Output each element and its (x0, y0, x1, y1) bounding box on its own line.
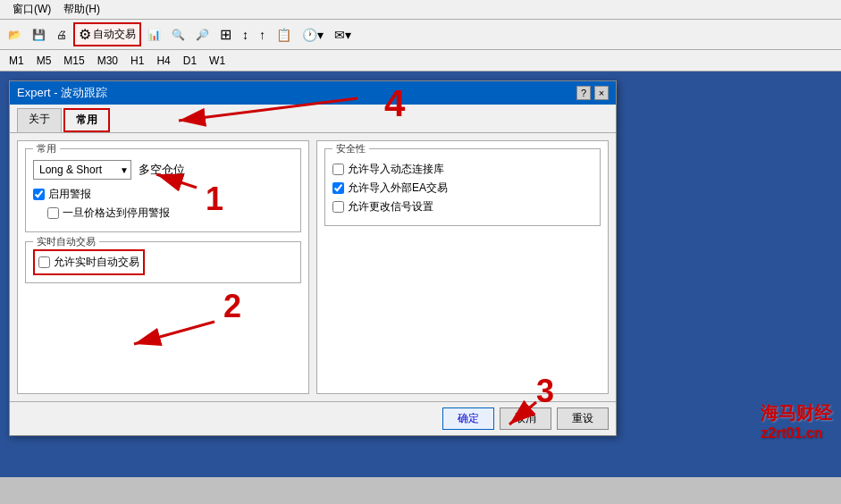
chart-icon: 📊 (147, 29, 161, 41)
security-group-title: 安全性 (332, 142, 369, 155)
dll-checkbox-row: 允许导入动态连接库 (332, 162, 593, 177)
ea-label: 允许导入外部EA交易 (348, 181, 448, 196)
cancel-btn[interactable]: 取消 (500, 407, 551, 430)
toolbar-grid-btn[interactable]: ⊞ (215, 23, 236, 46)
price-alert-checkbox-row: 一旦价格达到停用警报 (47, 206, 293, 221)
dialog-body: 常用 Long & Short Long Only Short Only ▼ (10, 133, 616, 401)
signal-label: 允许更改信号设置 (348, 199, 433, 214)
period-icon: ↑ (259, 28, 265, 42)
ea-checkbox-row: 允许导入外部EA交易 (332, 181, 593, 196)
zoom-out-icon: 🔎 (196, 29, 209, 41)
tf-m30[interactable]: M30 (92, 53, 123, 69)
auto-trade-label: 自动交易 (93, 27, 136, 42)
realtime-group-title: 实时自动交易 (33, 235, 99, 248)
dropdown-wrapper: Long & Short Long Only Short Only ▼ (33, 160, 131, 180)
toolbar: 📂 💾 🖨 ⚙ 自动交易 📊 🔍 🔎 ⊞ ↕ ↑ 📋 🕐▾ ✉▾ (0, 20, 841, 50)
clock-icon: 🕐▾ (302, 28, 324, 42)
auto-trade-icon: ⚙ (79, 26, 91, 43)
tab-common[interactable]: 常用 (63, 108, 110, 132)
tf-m1[interactable]: M1 (4, 53, 29, 69)
tf-w1[interactable]: W1 (204, 53, 231, 69)
toolbar-indicator-btn[interactable]: ↕ (238, 25, 253, 45)
toolbar-save-btn[interactable]: 💾 (28, 26, 50, 44)
expert-dialog: Expert - 波动跟踪 ? × 关于 常用 常用 (9, 80, 617, 436)
right-panel: 安全性 允许导入动态连接库 允许导入外部EA交易 允许更改信号设置 (316, 140, 609, 394)
position-dropdown[interactable]: Long & Short Long Only Short Only (33, 160, 131, 180)
common-group-title: 常用 (33, 142, 60, 155)
indicator-icon: ↕ (242, 28, 248, 42)
tf-h1[interactable]: H1 (125, 53, 149, 69)
realtime-label: 允许实时自动交易 (54, 255, 139, 270)
tf-m5[interactable]: M5 (31, 53, 57, 69)
menu-bar: 窗口(W) 帮助(H) (0, 0, 841, 20)
alert-checkbox-row: 启用警报 (33, 187, 293, 202)
toolbar-print-btn[interactable]: 🖨 (52, 26, 71, 44)
realtime-checkbox[interactable] (38, 256, 50, 268)
auto-trade-btn[interactable]: ⚙ 自动交易 (73, 22, 141, 46)
common-group: 常用 Long & Short Long Only Short Only ▼ (25, 148, 301, 232)
dialog-title: Expert - 波动跟踪 (17, 85, 107, 101)
confirm-btn[interactable]: 确定 (442, 407, 494, 430)
dialog-close-btn[interactable]: × (594, 86, 609, 100)
realtime-inner: 允许实时自动交易 (33, 249, 145, 275)
toolbar-zoom-in-btn[interactable]: 🔍 (167, 26, 189, 44)
alert-checkbox[interactable] (33, 189, 45, 200)
folder-icon: 📂 (8, 29, 21, 41)
save-icon: 💾 (32, 29, 46, 41)
toolbar-mail-btn[interactable]: ✉▾ (330, 25, 356, 45)
toolbar-zoom-out-btn[interactable]: 🔎 (191, 26, 214, 44)
realtime-group: 实时自动交易 允许实时自动交易 (25, 241, 301, 283)
price-alert-checkbox[interactable] (47, 207, 59, 219)
dropdown-label: 多空仓位 (139, 162, 185, 178)
chart-area: Expert - 波动跟踪 ? × 关于 常用 常用 (0, 71, 841, 477)
tf-h4[interactable]: H4 (151, 53, 175, 69)
dll-checkbox[interactable] (332, 164, 344, 175)
tf-m15[interactable]: M15 (58, 53, 89, 69)
toolbar-clock-btn[interactable]: 🕐▾ (298, 25, 328, 45)
print-icon: 🖨 (56, 29, 67, 41)
tab-about[interactable]: 关于 (17, 108, 62, 132)
position-row: Long & Short Long Only Short Only ▼ 多空仓位 (33, 160, 293, 180)
dialog-footer: 确定 取消 重设 (10, 401, 616, 435)
dialog-overlay: Expert - 波动跟踪 ? × 关于 常用 常用 (0, 71, 841, 477)
signal-checkbox-row: 允许更改信号设置 (332, 199, 593, 214)
alert-label: 启用警报 (48, 187, 91, 202)
signal-checkbox[interactable] (332, 201, 344, 213)
dialog-title-controls: ? × (576, 86, 609, 100)
grid-icon: ⊞ (220, 26, 231, 43)
menu-window[interactable]: 窗口(W) (7, 1, 56, 18)
toolbar-chart-btn[interactable]: 📊 (143, 26, 165, 44)
toolbar-open-btn[interactable]: 📂 (4, 26, 26, 44)
left-panel: 常用 Long & Short Long Only Short Only ▼ (17, 140, 309, 394)
toolbar-template-btn[interactable]: 📋 (272, 25, 296, 45)
mail-icon: ✉▾ (334, 28, 351, 42)
price-alert-label: 一旦价格达到停用警报 (63, 206, 170, 221)
toolbar-period-btn[interactable]: ↑ (255, 25, 270, 45)
dialog-tabs: 关于 常用 (10, 105, 616, 133)
dialog-help-btn[interactable]: ? (576, 86, 591, 100)
template-icon: 📋 (276, 28, 291, 42)
security-group: 安全性 允许导入动态连接库 允许导入外部EA交易 允许更改信号设置 (324, 148, 601, 226)
ea-checkbox[interactable] (332, 182, 344, 194)
timeframe-bar: M1 M5 M15 M30 H1 H4 D1 W1 (0, 50, 841, 71)
reset-btn[interactable]: 重设 (557, 407, 609, 430)
realtime-checkbox-row: 允许实时自动交易 (38, 255, 139, 270)
zoom-in-icon: 🔍 (172, 29, 185, 41)
dialog-title-bar: Expert - 波动跟踪 ? × (10, 81, 616, 105)
dll-label: 允许导入动态连接库 (348, 162, 444, 177)
tf-d1[interactable]: D1 (178, 53, 202, 69)
menu-help[interactable]: 帮助(H) (58, 1, 105, 18)
